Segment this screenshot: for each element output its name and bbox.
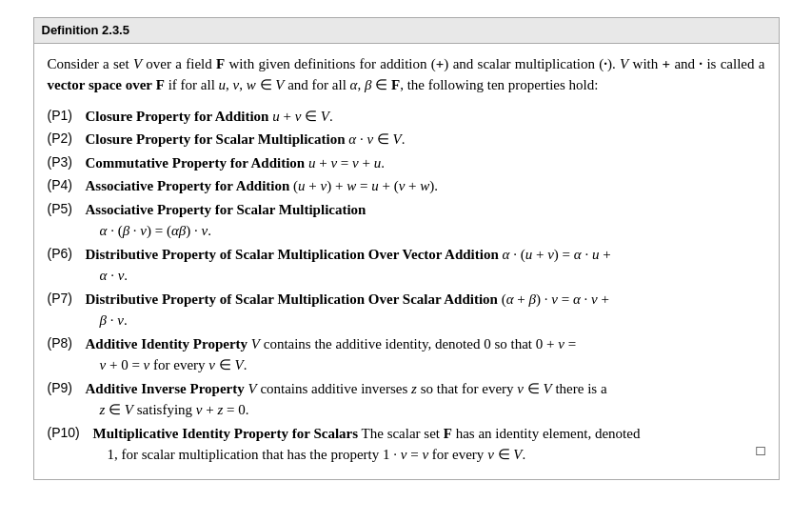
p7-label: (P7) [48,289,86,309]
p9-content: Additive Inverse Property V contains add… [86,378,765,421]
property-p10: (P10) Multiplicative Identity Property f… [48,423,765,466]
p1-content: Closure Property for Addition u + v ∈ V. [86,106,765,128]
p6-content: Distributive Property of Scalar Multipli… [86,244,765,287]
p8-label: (P8) [48,333,86,353]
definition-header: Definition 2.3.5 [34,18,779,44]
p3-label: (P3) [48,152,86,172]
p10-content: Multiplicative Identity Property for Sca… [93,423,765,466]
p6-label: (P6) [48,244,86,264]
property-p6: (P6) Distributive Property of Scalar Mul… [48,244,765,287]
definition-body: Consider a set V over a field F with giv… [34,44,779,479]
p7-content: Distributive Property of Scalar Multipli… [86,289,765,331]
page-container: Definition 2.3.5 Consider a set V over a… [16,17,797,480]
intro-paragraph: Consider a set V over a field F with giv… [48,53,765,96]
property-p1: (P1) Closure Property for Addition u + v… [48,106,765,128]
p2-label: (P2) [48,129,86,149]
properties-list: (P1) Closure Property for Addition u + v… [48,106,765,466]
p9-label: (P9) [48,378,86,398]
property-p7: (P7) Distributive Property of Scalar Mul… [48,289,765,331]
p3-content: Commutative Property for Addition u + v … [86,152,765,174]
property-p9: (P9) Additive Inverse Property V contain… [48,378,765,421]
qed-square: □ [756,444,764,458]
p5-label: (P5) [48,199,86,219]
property-p8: (P8) Additive Identity Property V contai… [48,333,765,376]
p5-content: Associative Property for Scalar Multipli… [86,199,765,242]
property-p5: (P5) Associative Property for Scalar Mul… [48,199,765,242]
property-p3: (P3) Commutative Property for Addition u… [48,152,765,174]
property-p4: (P4) Associative Property for Addition (… [48,175,765,197]
p8-content: Additive Identity Property V contains th… [86,333,765,376]
property-p2: (P2) Closure Property for Scalar Multipl… [48,129,765,151]
p4-label: (P4) [48,175,86,195]
definition-box: Definition 2.3.5 Consider a set V over a… [33,17,780,480]
p10-label: (P10) [48,423,93,443]
p1-label: (P1) [48,106,86,126]
p4-content: Associative Property for Addition (u + v… [86,175,765,197]
p2-content: Closure Property for Scalar Multiplicati… [86,129,765,151]
